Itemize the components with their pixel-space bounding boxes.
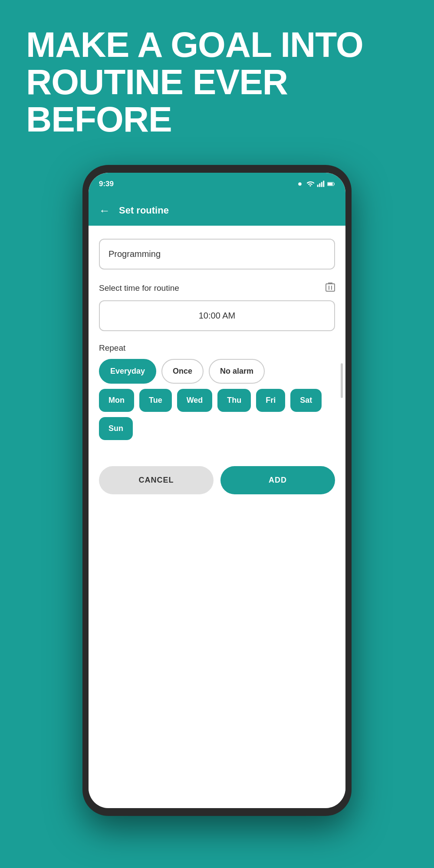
repeat-noalarm-chip[interactable]: No alarm xyxy=(209,359,265,384)
svg-rect-1 xyxy=(317,185,319,187)
svg-rect-2 xyxy=(319,184,320,187)
trash-icon[interactable] xyxy=(326,282,335,294)
signal-icon xyxy=(317,180,325,188)
back-button[interactable]: ← xyxy=(99,204,110,217)
headline-line1: MAKE A GOAL INTO xyxy=(26,25,363,64)
phone-screen: 9:39 xyxy=(89,173,345,808)
svg-rect-3 xyxy=(321,182,322,187)
app-bar: ← Set routine xyxy=(89,195,345,226)
svg-point-0 xyxy=(298,182,302,186)
wifi-icon xyxy=(306,180,314,188)
day-mon-chip[interactable]: Mon xyxy=(99,389,134,412)
add-button[interactable]: ADD xyxy=(220,466,335,494)
svg-rect-4 xyxy=(323,181,324,187)
status-icons xyxy=(296,180,335,188)
battery-icon xyxy=(327,180,335,188)
day-sun-chip[interactable]: Sun xyxy=(99,417,133,440)
repeat-section-label: Repeat xyxy=(99,343,335,353)
day-selector: Mon Tue Wed Thu Fri Sat Sun xyxy=(99,389,335,440)
status-time: 9:39 xyxy=(99,180,114,188)
cancel-button[interactable]: CANCEL xyxy=(99,466,214,494)
repeat-once-chip[interactable]: Once xyxy=(161,359,204,384)
svg-rect-6 xyxy=(328,183,333,185)
day-wed-chip[interactable]: Wed xyxy=(177,389,213,412)
headline: MAKE A GOAL INTO ROUTINE EVER BEFORE xyxy=(26,26,408,138)
day-tue-chip[interactable]: Tue xyxy=(139,389,172,412)
content-area: Select time for routine 10:00 AM Repeat … xyxy=(89,226,345,808)
repeat-options: Everyday Once No alarm xyxy=(99,359,335,384)
svg-rect-7 xyxy=(326,284,335,291)
time-section-label: Select time for routine xyxy=(99,282,335,294)
time-picker[interactable]: 10:00 AM xyxy=(99,300,335,331)
day-sat-chip[interactable]: Sat xyxy=(290,389,322,412)
app-bar-title: Set routine xyxy=(119,205,169,216)
action-buttons: CANCEL ADD xyxy=(99,466,335,503)
phone-mockup: 9:39 xyxy=(82,165,352,816)
repeat-label-text: Repeat xyxy=(99,343,125,353)
day-fri-chip[interactable]: Fri xyxy=(256,389,285,412)
scroll-indicator xyxy=(341,363,343,398)
repeat-everyday-chip[interactable]: Everyday xyxy=(99,359,156,384)
status-bar: 9:39 xyxy=(89,173,345,195)
notification-icon xyxy=(296,180,304,188)
routine-name-input[interactable] xyxy=(99,239,335,270)
time-label-text: Select time for routine xyxy=(99,283,179,293)
headline-line2: ROUTINE EVER BEFORE xyxy=(26,62,288,139)
day-thu-chip[interactable]: Thu xyxy=(217,389,251,412)
